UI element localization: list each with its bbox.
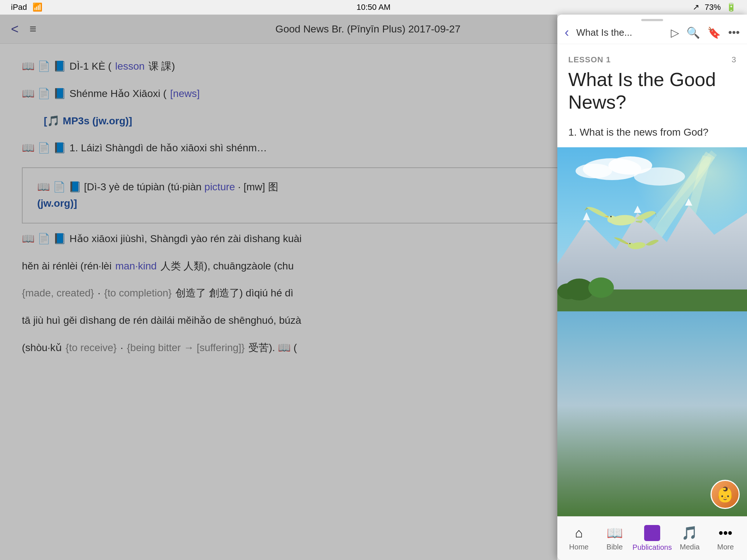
ipad-label: iPad (11, 3, 27, 12)
svg-point-19 (610, 216, 612, 217)
bookmark-icon[interactable]: 🔖 (707, 26, 721, 39)
status-right: ↗ 73% 🔋 (693, 3, 736, 12)
lesson-question: 1. What is the news from God? (557, 117, 747, 147)
home-icon: ⌂ (575, 525, 583, 541)
home-label: Home (569, 543, 588, 551)
svg-point-15 (588, 277, 614, 298)
svg-point-22 (630, 243, 631, 244)
dim-overlay (0, 15, 557, 560)
status-bar: iPad 📶 10:50 AM ↗ 73% 🔋 (0, 0, 747, 15)
battery-label: 73% (705, 3, 721, 12)
panel-image: 👶 (557, 147, 747, 516)
lesson-header: 3 LESSON 1 What Is the Good News? (557, 44, 747, 117)
battery-icon: 🔋 (726, 3, 736, 12)
tab-bible[interactable]: 📖 Bible (597, 522, 632, 554)
status-time: 10:50 AM (357, 3, 391, 12)
tab-publications[interactable]: Publications (632, 522, 672, 555)
wifi-icon: 📶 (32, 3, 42, 12)
panel-nav: ‹ What Is the... ▷ 🔍 🔖 ••• (557, 21, 747, 44)
location-icon: ↗ (693, 3, 699, 12)
svg-point-16 (557, 283, 579, 299)
panel-title: What Is the... (576, 27, 663, 38)
bible-label: Bible (607, 543, 623, 551)
svg-point-7 (576, 164, 612, 178)
media-icon: 🎵 (681, 525, 698, 541)
panel-body: 3 LESSON 1 What Is the Good News? 1. Wha… (557, 44, 747, 560)
media-label: Media (680, 543, 700, 551)
lesson-title: What Is the Good News? (568, 68, 736, 114)
more-label: More (717, 543, 734, 551)
tab-home[interactable]: ⌂ Home (561, 522, 597, 554)
tab-media[interactable]: 🎵 Media (672, 522, 708, 554)
play-icon[interactable]: ▷ (671, 26, 679, 39)
overlay-panel: ‹ What Is the... ▷ 🔍 🔖 ••• 3 LESSON 1 Wh… (557, 15, 747, 560)
tab-bar: ⌂ Home 📖 Bible Publications 🎵 Media ••• … (557, 516, 747, 560)
svg-point-8 (634, 167, 685, 186)
landscape-svg (557, 147, 747, 311)
bible-icon: 📖 (607, 525, 623, 541)
more-icon[interactable]: ••• (728, 26, 740, 39)
panel-back-button[interactable]: ‹ (565, 25, 569, 40)
search-icon[interactable]: 🔍 (686, 26, 700, 39)
tab-more[interactable]: ••• More (708, 522, 743, 554)
publications-icon (644, 525, 660, 541)
child-avatar: 👶 (711, 480, 740, 509)
publications-label: Publications (632, 543, 672, 552)
lesson-label: LESSON 1 (568, 55, 736, 65)
more-icon: ••• (719, 525, 732, 541)
status-left: iPad 📶 (11, 3, 42, 12)
